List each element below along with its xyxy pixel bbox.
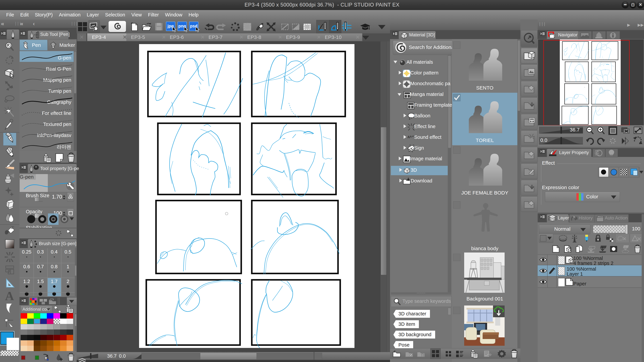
- svg-text:A: A: [410, 135, 412, 138]
- svg-text:A: A: [407, 135, 410, 139]
- svg-text:A: A: [412, 135, 413, 137]
